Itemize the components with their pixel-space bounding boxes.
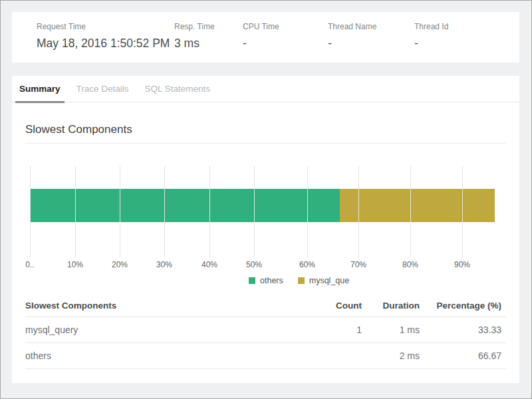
x-axis-tick-label: 50% <box>246 260 262 269</box>
table-row: mysql_query 1 1 ms 33.33 <box>25 317 506 342</box>
legend-label: others <box>260 276 283 285</box>
count-cell: 1 <box>278 317 362 342</box>
legend-label: mysql_que <box>309 276 349 285</box>
tab-summary[interactable]: Summary <box>15 76 65 102</box>
chart-legend: others mysql_que <box>249 276 349 285</box>
column-header-duration: Duration <box>362 295 420 317</box>
info-field-value: May 18, 2016 1:50:52 PM <box>37 37 174 51</box>
x-axis-tick-label: 70% <box>350 260 366 269</box>
trace-info-bar: Request Time May 18, 2016 1:50:52 PM Res… <box>12 12 519 63</box>
gridline <box>410 166 411 257</box>
gridline <box>164 166 165 257</box>
gridline <box>75 166 76 257</box>
gridline <box>30 166 31 257</box>
slowest-components-chart: 0..10%20%30%40%50%60%70%80%90% <box>30 166 509 272</box>
summary-panel: Summary Trace Details SQL Statements Slo… <box>12 76 519 383</box>
component-name-cell: mysql_query <box>25 317 278 342</box>
percentage-cell: 33.33 <box>420 317 506 342</box>
gridline <box>254 166 255 257</box>
duration-cell: 2 ms <box>362 342 420 368</box>
info-field-label: Request Time <box>37 22 174 31</box>
info-field-thread-name: Thread Name - <box>328 22 414 63</box>
info-field-label: Thread Name <box>328 22 414 31</box>
info-field-thread-id: Thread Id - <box>414 22 448 63</box>
x-axis-tick-label: 20% <box>112 260 128 269</box>
info-field-value: - <box>243 37 328 51</box>
tab-trace-details[interactable]: Trace Details <box>72 76 133 102</box>
info-field-label: CPU Time <box>243 22 328 31</box>
x-axis-tick-label: 30% <box>156 260 172 269</box>
gridline <box>120 166 120 257</box>
gridline <box>462 166 463 257</box>
duration-cell: 1 ms <box>362 317 420 342</box>
trace-detail-page: { "header": { "fields": [ { "label": "Re… <box>0 0 532 399</box>
info-field-label: Thread Id <box>414 22 448 31</box>
x-axis-tick-label: 60% <box>299 260 315 269</box>
gridline <box>209 166 210 257</box>
stacked-bar <box>30 189 495 222</box>
slowest-components-table: Slowest Components Count Duration Percen… <box>25 295 506 369</box>
percentage-cell: 66.67 <box>420 342 506 368</box>
legend-item-others[interactable]: others <box>249 276 283 285</box>
x-axis-tick-label: 80% <box>402 260 418 269</box>
tab-sql-statements[interactable]: SQL Statements <box>141 76 215 102</box>
column-header-count: Count <box>278 295 362 317</box>
section-title: Slowest Components <box>25 123 506 144</box>
info-field-value: - <box>414 37 448 51</box>
slowest-components-table-body: mysql_query 1 1 ms 33.33 others 2 ms 66.… <box>25 317 506 368</box>
info-field-resp-time: Resp. Time 3 ms <box>174 22 243 63</box>
x-axis-tick-label: 10% <box>67 260 83 269</box>
info-field-cpu-time: CPU Time - <box>243 22 328 63</box>
gridline <box>307 166 308 257</box>
table-header-row: Slowest Components Count Duration Percen… <box>25 295 506 317</box>
component-name-cell: others <box>25 342 278 368</box>
count-cell <box>278 342 362 368</box>
bar-segment-others[interactable] <box>30 189 340 222</box>
legend-item-mysql-que[interactable]: mysql_que <box>298 276 349 285</box>
info-field-label: Resp. Time <box>174 22 243 31</box>
x-axis-tick-label: 90% <box>454 260 470 269</box>
gridline <box>358 166 359 257</box>
x-axis-tick-label: 0.. <box>25 260 34 269</box>
column-header-name: Slowest Components <box>25 295 278 317</box>
bar-segment-mysql-que[interactable] <box>340 189 495 222</box>
column-header-percentage: Percentage (%) <box>420 295 506 317</box>
info-field-value: - <box>328 37 414 51</box>
legend-swatch-icon <box>249 277 255 284</box>
x-axis-tick-label: 40% <box>201 260 217 269</box>
info-field-request-time: Request Time May 18, 2016 1:50:52 PM <box>37 22 174 63</box>
info-field-value: 3 ms <box>174 37 243 51</box>
table-row: others 2 ms 66.67 <box>25 342 506 368</box>
legend-swatch-icon <box>298 277 305 284</box>
tab-bar: Summary Trace Details SQL Statements <box>12 76 519 102</box>
